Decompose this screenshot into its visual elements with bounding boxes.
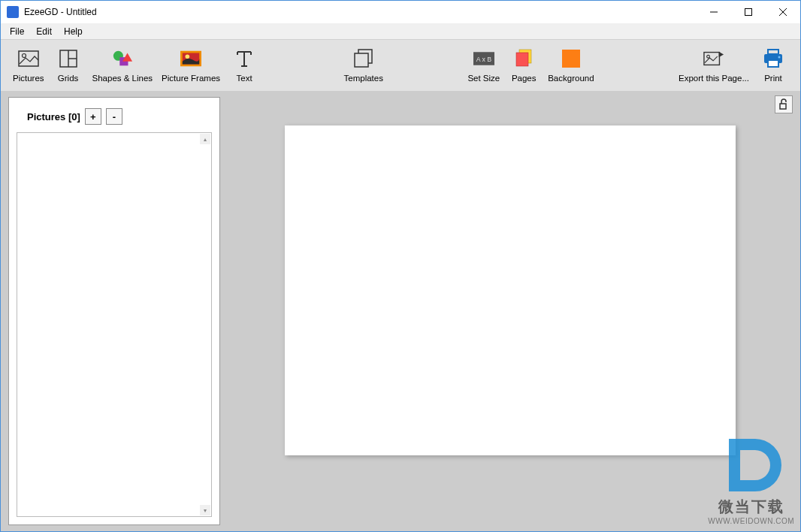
- toolbar-pages[interactable]: Pages: [504, 43, 543, 88]
- toolbar-pictures[interactable]: Pictures: [8, 43, 49, 88]
- toolbar-background-label: Background: [548, 74, 594, 83]
- toolbar-pages-label: Pages: [512, 74, 537, 83]
- toolbar: Pictures Grids Shapes & Lines Picture Fr…: [1, 40, 800, 91]
- toolbar-shapes[interactable]: Shapes & Lines: [88, 43, 158, 88]
- add-picture-button[interactable]: +: [85, 108, 101, 125]
- scroll-up-icon[interactable]: ▴: [200, 134, 210, 144]
- menubar: File Edit Help: [1, 23, 800, 40]
- toolbar-shapes-label: Shapes & Lines: [92, 74, 153, 83]
- toolbar-grids-label: Grids: [58, 74, 78, 83]
- svg-rect-4: [19, 51, 38, 66]
- toolbar-print[interactable]: Print: [754, 43, 793, 88]
- canvas[interactable]: [285, 125, 736, 455]
- toolbar-frames[interactable]: Picture Frames: [157, 43, 225, 88]
- svg-text:A x B: A x B: [476, 56, 492, 63]
- panel-header: Pictures [0] + -: [17, 108, 212, 125]
- side-panel: Pictures [0] + - ▴ ▾: [8, 97, 220, 525]
- panel-scrollbar[interactable]: ▴ ▾: [200, 134, 210, 515]
- print-icon: [763, 48, 784, 69]
- templates-icon: [353, 48, 374, 69]
- toolbar-background[interactable]: Background: [543, 43, 598, 88]
- toolbar-grids[interactable]: Grids: [49, 43, 88, 88]
- svg-rect-27: [704, 53, 720, 65]
- toolbar-templates-label: Templates: [344, 74, 383, 83]
- canvas-area: [220, 91, 800, 531]
- pages-icon: [513, 48, 534, 69]
- svg-rect-1: [745, 9, 752, 16]
- toolbar-text-label: Text: [237, 74, 252, 83]
- pictures-icon: [18, 48, 39, 69]
- svg-point-5: [22, 54, 26, 58]
- toolbar-text[interactable]: Text: [225, 43, 264, 88]
- svg-rect-33: [780, 104, 786, 109]
- unlock-icon: [778, 98, 790, 110]
- grids-icon: [58, 48, 79, 69]
- svg-point-14: [186, 54, 190, 59]
- toolbar-templates[interactable]: Templates: [340, 43, 388, 88]
- toolbar-export[interactable]: Export this Page...: [674, 43, 754, 88]
- maximize-button[interactable]: [731, 1, 766, 23]
- toolbar-setsize[interactable]: A x B Set Size: [463, 43, 504, 88]
- main-area: Pictures [0] + - ▴ ▾ 微当下载 WWW.WEIDOWN.: [1, 91, 800, 531]
- app-window: EzeeGD - Untitled File Edit Help Picture…: [0, 0, 801, 532]
- panel-title: Pictures [0]: [27, 111, 80, 122]
- pictures-list[interactable]: ▴ ▾: [17, 132, 212, 517]
- toolbar-frames-label: Picture Frames: [162, 74, 220, 83]
- menu-file[interactable]: File: [4, 25, 30, 38]
- frames-icon: [180, 48, 201, 69]
- toolbar-setsize-label: Set Size: [467, 74, 500, 83]
- window-title: EzeeGD - Untitled: [24, 7, 697, 17]
- svg-point-28: [707, 55, 710, 58]
- remove-picture-button[interactable]: -: [106, 108, 122, 125]
- export-icon: [703, 48, 724, 69]
- svg-rect-21: [355, 53, 368, 67]
- app-icon: [7, 6, 19, 18]
- scroll-down-icon[interactable]: ▾: [200, 505, 210, 515]
- toolbar-print-label: Print: [764, 74, 782, 83]
- window-controls: [697, 1, 800, 23]
- shapes-icon: [112, 48, 133, 69]
- svg-rect-31: [768, 60, 778, 67]
- menu-help[interactable]: Help: [58, 25, 89, 38]
- titlebar: EzeeGD - Untitled: [1, 1, 800, 23]
- lock-button[interactable]: [775, 95, 793, 113]
- background-icon: [561, 48, 582, 69]
- text-icon: [234, 48, 255, 69]
- toolbar-pictures-label: Pictures: [13, 74, 44, 83]
- minimize-button[interactable]: [697, 1, 731, 23]
- svg-rect-29: [768, 50, 778, 54]
- close-button[interactable]: [766, 1, 800, 23]
- svg-marker-11: [122, 53, 132, 62]
- svg-point-32: [778, 56, 780, 59]
- svg-rect-26: [562, 50, 580, 68]
- setsize-icon: A x B: [473, 48, 494, 69]
- toolbar-export-label: Export this Page...: [679, 74, 749, 83]
- svg-rect-25: [516, 53, 528, 66]
- menu-edit[interactable]: Edit: [30, 25, 58, 38]
